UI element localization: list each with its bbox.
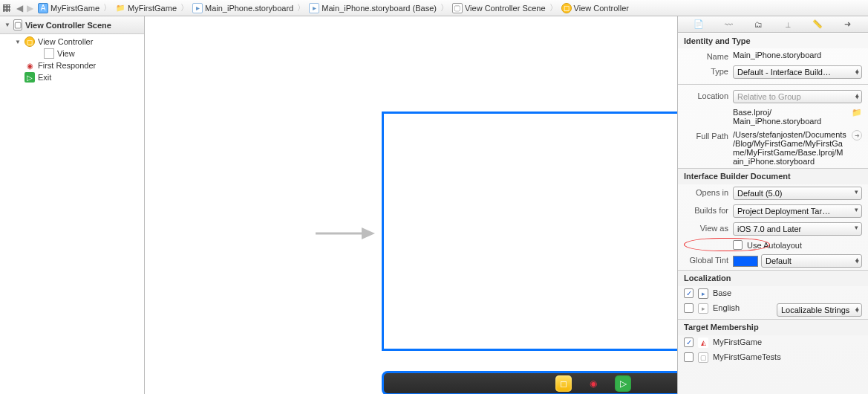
file-icon: ▸ (698, 303, 708, 314)
chevron-right-icon: 〉 (103, 2, 111, 13)
tree-node-exit[interactable]: ▷ Exit (0, 71, 144, 83)
exit-icon: ▷ (25, 72, 35, 83)
app-icon: ◭ (698, 338, 708, 348)
node-label: Exit (38, 73, 51, 82)
crumb-label: View Controller Scene (465, 4, 546, 13)
scene-icon: ▢ (13, 19, 22, 30)
section-ibdoc: Interface Builder Document (678, 168, 868, 184)
scene-dock: ◻ ◉ ▷ (382, 371, 677, 394)
crumb-scene[interactable]: ▢ View Controller Scene (450, 3, 548, 13)
checkbox-target-2[interactable] (684, 352, 694, 362)
chevron-right-icon: 〉 (549, 2, 558, 13)
crumb-folder[interactable]: 📁 MyFirstGame (113, 3, 179, 13)
crumb-label: View Controller (574, 4, 629, 13)
label-english: English (713, 303, 740, 312)
label-global-tint: Global Tint (684, 254, 728, 265)
scene-icon: ▢ (452, 3, 463, 13)
nav-back-button[interactable]: ◀ (15, 3, 24, 13)
label-builds-for: Builds for (684, 204, 728, 215)
node-label: View (57, 49, 75, 58)
tab-quick-help[interactable]: 〰 (722, 19, 735, 30)
storyboard-icon: ▸ (698, 288, 708, 299)
crumb-label: Main_iPhone.storyboard (Base) (322, 4, 437, 13)
breadcrumb-bar: ◀ ▶ A MyFirstGame 〉 📁 MyFirstGame 〉 ▸ Ma… (0, 0, 868, 16)
inspector-tabs: 📄 〰 🗂 ⟂ 📏 ➜ (678, 16, 868, 33)
checkbox-base[interactable] (684, 288, 694, 298)
color-swatch[interactable] (733, 256, 758, 267)
crumb-label: MyFirstGame (50, 4, 99, 13)
select-opens-in[interactable]: Default (5.0) (733, 187, 862, 200)
svg-marker-1 (362, 227, 375, 239)
location-path: Base.lproj/ Main_iPhone.storyboard (733, 108, 847, 126)
checkbox-english[interactable] (684, 303, 694, 313)
value-name[interactable]: Main_iPhone.storyboard (733, 51, 862, 59)
tab-size[interactable]: 📏 (811, 19, 824, 30)
folder-icon[interactable]: 📁 (852, 108, 862, 118)
select-location[interactable]: Relative to Group (733, 90, 862, 103)
dock-viewcontroller-button[interactable]: ◻ (555, 375, 572, 392)
select-localization-mode[interactable]: Localizable Strings (777, 303, 862, 317)
project-icon: A (38, 3, 48, 13)
label-location: Location (684, 90, 728, 100)
chevron-right-icon: 〉 (440, 2, 448, 13)
tree-node-view[interactable]: View (0, 48, 144, 59)
section-localization: Localization (678, 270, 868, 286)
tab-identity[interactable]: 🗂 (751, 19, 765, 30)
tab-connections[interactable]: ➜ (841, 19, 854, 30)
checkbox-target-1[interactable] (684, 338, 694, 347)
crumb-storyboard[interactable]: ▸ Main_iPhone.storyboard (190, 3, 296, 13)
label-name: Name (684, 51, 728, 61)
crumb-viewcontroller[interactable]: ◻ View Controller (559, 3, 631, 13)
first-responder-icon: ◉ (25, 60, 35, 71)
tab-file-inspector[interactable]: 📄 (692, 19, 705, 30)
storyboard-icon: ▸ (309, 3, 319, 13)
label-target-1: MyFirstGame (713, 338, 762, 346)
select-builds-for[interactable]: Project Deployment Tar… (733, 204, 862, 218)
select-view-as[interactable]: iOS 7.0 and Later (733, 222, 862, 236)
canvas[interactable]: ◻ ◉ ▷ (145, 16, 677, 394)
dock-first-responder-button[interactable]: ◉ (585, 375, 601, 392)
crumb-label: MyFirstGame (128, 4, 177, 13)
crumb-storyboard-base[interactable]: ▸ Main_iPhone.storyboard (Base) (307, 3, 439, 13)
label-target-2: MyFirstGameTests (713, 352, 781, 361)
select-global-tint[interactable]: Default (761, 254, 862, 268)
label-fullpath: Full Path (684, 130, 728, 141)
storyboard-icon: ▸ (192, 3, 203, 13)
chevron-right-icon: 〉 (297, 2, 305, 13)
inspector-panel: 📄 〰 🗂 ⟂ 📏 ➜ Identity and Type Name Main_… (677, 16, 868, 394)
label-opens-in: Opens in (684, 187, 728, 197)
tree-node-viewcontroller[interactable]: ▼ ◻ View Controller (0, 36, 144, 48)
outline-title: View Controller Scene (25, 21, 111, 30)
reveal-in-finder-button[interactable]: ➜ (852, 130, 862, 141)
dock-exit-button[interactable]: ▷ (615, 375, 631, 392)
crumb-label: Main_iPhone.storyboard (205, 4, 293, 13)
label-base: Base (713, 288, 731, 297)
viewcontroller-icon: ◻ (25, 36, 35, 47)
section-target-membership: Target Membership (678, 319, 868, 335)
chevron-right-icon: 〉 (180, 2, 189, 13)
document-outline: ▢ View Controller Scene ▼ ◻ View Control… (0, 16, 145, 394)
tests-icon: ▢ (698, 352, 708, 363)
tree-node-first-responder[interactable]: ◉ First Responder (0, 59, 144, 71)
checkbox-use-autolayout[interactable] (733, 240, 743, 250)
initial-controller-arrow[interactable] (316, 226, 375, 241)
label-view-as: View as (684, 222, 728, 233)
tab-attributes[interactable]: ⟂ (781, 19, 794, 30)
select-type[interactable]: Default - Interface Build… (733, 65, 862, 79)
viewcontroller-icon: ◻ (561, 3, 572, 13)
related-items-icon[interactable] (3, 4, 10, 12)
crumb-project[interactable]: A MyFirstGame (36, 3, 102, 13)
node-label: View Controller (38, 37, 93, 46)
node-label: First Responder (38, 61, 96, 70)
outline-header[interactable]: ▢ View Controller Scene (0, 16, 144, 34)
view-controller-canvas[interactable] (382, 112, 677, 351)
view-icon (44, 48, 54, 59)
label-use-autolayout: Use Autolayout (747, 240, 802, 250)
main-area: ▢ View Controller Scene ▼ ◻ View Control… (0, 16, 868, 394)
disclosure-triangle[interactable]: ▼ (15, 39, 22, 45)
section-identity: Identity and Type (678, 33, 868, 48)
label-type: Type (684, 65, 728, 76)
folder-icon: 📁 (115, 3, 125, 13)
nav-forward-button: ▶ (25, 3, 34, 13)
value-fullpath: /Users/stefanjosten/Documents/Blog/MyFir… (733, 130, 847, 166)
